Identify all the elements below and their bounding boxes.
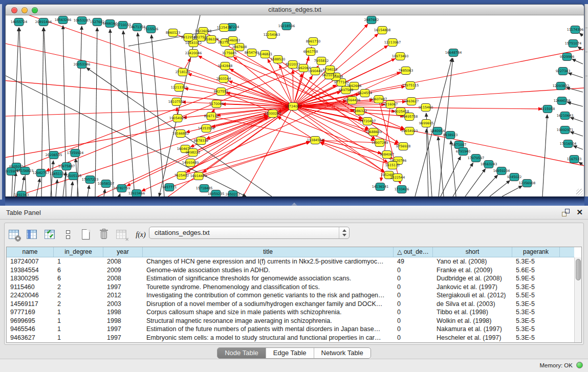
cell-pagerank[interactable]: 5.9E-5 — [512, 275, 560, 282]
graph-node[interactable]: 8267130 — [204, 113, 219, 120]
graph-node[interactable]: 15718485 — [196, 185, 213, 192]
graph-edge[interactable] — [225, 93, 393, 159]
cell-out_degree[interactable]: 0 — [394, 267, 433, 274]
graph-node[interactable]: 12444158 — [554, 97, 571, 105]
cell-short[interactable]: Yano et al. (2008) — [433, 258, 512, 265]
cell-short[interactable]: Dudbridge et al. (2008) — [433, 275, 512, 282]
column-header-title[interactable]: title — [143, 247, 394, 257]
graph-edge[interactable] — [186, 142, 310, 174]
cell-pagerank[interactable]: 5.3E-5 — [512, 258, 560, 265]
graph-edge[interactable] — [36, 179, 40, 196]
cell-name[interactable]: 19384554 — [7, 267, 54, 274]
cell-out_degree[interactable]: 0 — [394, 317, 433, 324]
graph-node[interactable]: 17016504 — [560, 140, 577, 148]
graph-edge[interactable] — [56, 180, 57, 196]
trash-icon[interactable] — [97, 228, 111, 242]
table-row[interactable]: 946554611997Estimation of the future num… — [7, 325, 574, 334]
table-scrollbar-thumb[interactable] — [576, 259, 581, 280]
cell-title[interactable]: Corpus callosum shape and size in male p… — [143, 309, 394, 316]
graph-node[interactable]: 10958107 — [98, 180, 115, 188]
graph-node[interactable]: 12213967 — [384, 39, 401, 47]
graph-node[interactable]: 1588520 — [271, 56, 285, 63]
cell-title[interactable]: Genome-wide association studies in ADHD. — [143, 267, 394, 274]
cell-name[interactable]: 9115460 — [7, 283, 54, 291]
cell-in_degree[interactable]: 1 — [54, 334, 103, 341]
graph-node[interactable]: 17975115 — [402, 82, 419, 90]
graph-node[interactable]: 9227343 — [556, 68, 570, 75]
cell-in_degree[interactable]: 2 — [54, 292, 103, 299]
graph-edge[interactable] — [465, 169, 486, 196]
table-scrollbar[interactable] — [574, 257, 581, 342]
graph-node[interactable]: 1167533 — [567, 156, 581, 163]
cell-pagerank[interactable]: 5.5E-5 — [512, 292, 560, 299]
graph-edge[interactable] — [77, 26, 82, 196]
cell-in_degree[interactable]: 1 — [54, 317, 103, 324]
cell-year[interactable]: 2003 — [103, 300, 143, 308]
graph-node[interactable]: 2803144 — [216, 75, 231, 83]
cell-out_degree[interactable]: 0 — [394, 283, 433, 291]
graph-node[interactable]: 8427552 — [214, 88, 228, 96]
graph-node[interactable]: 9329966 — [560, 53, 574, 61]
graph-node[interactable]: 22420046 — [185, 50, 202, 57]
graph-edge[interactable] — [119, 193, 120, 196]
graph-node[interactable]: 10688609 — [365, 128, 382, 136]
cell-name[interactable]: 9463627 — [7, 334, 54, 341]
tab-node-table[interactable]: Node Table — [217, 348, 266, 358]
column-header-out_degree[interactable]: △ out_de… — [394, 247, 433, 257]
graph-node[interactable]: 9457771 — [162, 184, 177, 191]
cell-short[interactable]: Wolkin et al. (1998) — [433, 317, 512, 324]
network-canvas[interactable]: 1405572420891406185632461065328715276026… — [6, 15, 584, 196]
graph-node[interactable]: 7986322 — [353, 107, 367, 115]
cell-pagerank[interactable]: 5.3E-5 — [512, 325, 560, 333]
graph-edge[interactable] — [580, 33, 583, 36]
cell-name[interactable]: 9465546 — [7, 325, 54, 333]
close-panel-icon[interactable]: ✕ — [576, 208, 583, 217]
table-row[interactable]: 1830029562008Estimation of significance … — [7, 274, 574, 283]
cell-in_degree[interactable]: 6 — [54, 267, 103, 274]
graph-edge[interactable] — [579, 162, 583, 165]
graph-edge[interactable] — [215, 117, 381, 154]
graph-edge[interactable] — [88, 185, 89, 196]
cell-year[interactable]: 2012 — [103, 292, 143, 299]
graph-node[interactable]: 2887682 — [364, 16, 379, 24]
graph-node[interactable]: 1892343 — [14, 191, 29, 197]
rows-icon[interactable] — [61, 228, 75, 242]
cell-title[interactable]: Changes of HCN gene expression and I(f) … — [143, 258, 394, 265]
cell-title[interactable]: Estimation of significance thresholds fo… — [143, 275, 394, 282]
cell-in_degree[interactable]: 1 — [54, 258, 103, 265]
cell-pagerank[interactable]: 5.3E-5 — [512, 317, 560, 324]
graph-node[interactable]: 17979597 — [468, 155, 485, 162]
cell-pagerank[interactable]: 5.3E-5 — [512, 334, 560, 341]
graph-edge[interactable] — [213, 109, 214, 112]
table-row[interactable]: 977716911998Corpus callosum shape and si… — [7, 308, 574, 317]
cell-name[interactable]: 9699695 — [7, 317, 54, 324]
graph-node[interactable]: 9242848 — [218, 62, 232, 70]
graph-edge[interactable] — [477, 175, 497, 196]
cell-out_degree[interactable]: 0 — [394, 334, 433, 341]
cell-year[interactable]: 1997 — [103, 334, 143, 341]
graph-node[interactable]: 18563243 — [481, 161, 497, 168]
graph-edge[interactable] — [123, 31, 135, 196]
cell-out_degree[interactable]: 0 — [394, 325, 433, 333]
cell-out_degree[interactable]: 49 — [394, 258, 433, 265]
graph-node[interactable]: 14055724 — [11, 18, 28, 26]
cell-out_degree[interactable]: 0 — [394, 300, 433, 308]
cell-short[interactable]: Tibbo et al. (1998) — [433, 309, 512, 316]
graph-node[interactable]: 9115460 — [419, 104, 433, 112]
cell-short[interactable]: Franke et al. (2009) — [433, 267, 512, 274]
cell-year[interactable]: 1998 — [103, 309, 143, 316]
graph-edge[interactable] — [451, 141, 456, 196]
table-row[interactable]: 911546021997Tourette syndrome. Phenomeno… — [7, 283, 574, 292]
graph-edge[interactable] — [210, 115, 267, 127]
graph-node[interactable]: 8961710 — [306, 38, 320, 46]
graph-edge[interactable] — [438, 137, 444, 196]
graph-node[interactable]: 10975887 — [58, 163, 75, 170]
cell-title[interactable]: Tourette syndrome. Phenomenology and cla… — [143, 283, 394, 291]
graph-node[interactable]: 3624554 — [358, 90, 372, 97]
float-window-icon[interactable] — [562, 209, 570, 216]
cell-name[interactable]: 18300295 — [7, 275, 54, 282]
graph-node[interactable]: 12505135 — [65, 172, 82, 180]
graph-node[interactable]: 20891406 — [35, 18, 52, 26]
graph-node[interactable]: 11174396 — [567, 26, 584, 34]
graph-node[interactable]: 15751074 — [565, 40, 582, 48]
